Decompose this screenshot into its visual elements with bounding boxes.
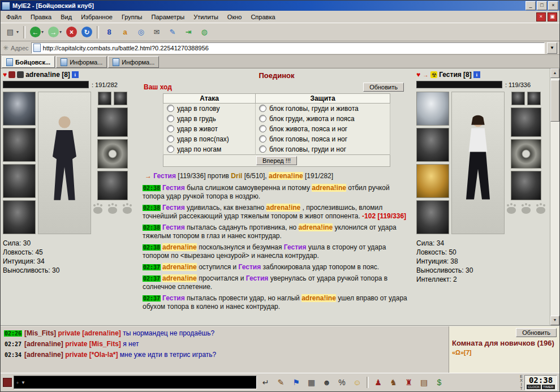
ring-slot[interactable]	[97, 171, 128, 200]
defense-radio-3[interactable]	[259, 125, 266, 132]
attack-radio-1[interactable]	[167, 105, 174, 112]
attack-radio-5[interactable]	[167, 145, 174, 153]
player-name-link[interactable]: adrena!ine	[162, 274, 197, 282]
go-button[interactable]: Вперед !!!	[256, 156, 297, 165]
menu-item-6[interactable]: Параметры	[147, 12, 189, 21]
draw-icon[interactable]: ✎	[274, 376, 288, 390]
player-name-link[interactable]: Гестия	[162, 184, 185, 192]
dropdown-caret-icon[interactable]: ▾	[59, 29, 62, 35]
player-name-link[interactable]: Гестия	[284, 243, 307, 251]
bracer-slot[interactable]	[511, 107, 541, 137]
defense-radio-2[interactable]	[259, 115, 266, 122]
gold-armor-slot[interactable]	[416, 164, 449, 198]
send-enter-icon[interactable]: ↵	[259, 376, 273, 390]
mail-button[interactable]: ✉	[149, 25, 164, 39]
scrollbar-track[interactable]	[550, 78, 559, 316]
ring-slot[interactable]	[511, 171, 541, 200]
player-name-link[interactable]: Гестия	[162, 223, 185, 231]
tab-1[interactable]: Бойцовск...	[2, 56, 55, 68]
menu-item-7[interactable]: Утилиты	[189, 12, 223, 21]
menu-item-4[interactable]: Избранное	[76, 12, 117, 21]
amulet-slot[interactable]	[527, 92, 541, 105]
player-name-link[interactable]: Гестия	[162, 204, 185, 212]
forward-button[interactable]: →▾	[46, 25, 63, 38]
minimize-button[interactable]: _	[525, 1, 536, 10]
knight-icon[interactable]: ♞	[386, 376, 400, 390]
close-page-icon[interactable]: ×	[536, 12, 546, 21]
compose-button[interactable]: ✎	[165, 25, 180, 39]
attack-radio-2[interactable]	[167, 115, 174, 122]
tab-2[interactable]: Информа...	[56, 56, 107, 68]
player-name-link[interactable]: Гестия	[153, 172, 176, 180]
back-button[interactable]: ←▾	[28, 25, 45, 38]
battle-refresh-button[interactable]: Обновить	[363, 83, 404, 92]
scythe-weapon-slot[interactable]	[3, 92, 36, 126]
dropdown-caret-icon[interactable]: ▾	[41, 29, 44, 35]
refresh-button[interactable]: ↻	[80, 25, 94, 38]
player-name-link[interactable]: adrena!ine	[266, 204, 301, 212]
exit-label[interactable]: EXIT	[520, 374, 523, 390]
droid-slot[interactable]	[416, 92, 449, 126]
player-name-link[interactable]: adrena!ine	[299, 223, 333, 231]
attack-radio-3[interactable]	[167, 125, 174, 132]
money-icon[interactable]: $	[432, 376, 446, 390]
dropdown-caret-icon[interactable]: ▾	[16, 29, 19, 35]
room-refresh-button[interactable]: Обновить	[516, 328, 557, 337]
player-name-link[interactable]: adrena!ine	[162, 243, 197, 251]
vertical-scrollbar[interactable]: ▲ ▼	[550, 68, 559, 325]
filter-flag-icon[interactable]: ⚑	[289, 376, 303, 390]
shield-slot[interactable]	[511, 139, 541, 169]
clock-label[interactable]: CLOCK	[527, 385, 541, 389]
go-button[interactable]: ⇥	[181, 25, 196, 39]
axe-weapon-slot[interactable]	[3, 128, 36, 162]
amulet-slot[interactable]	[98, 92, 111, 105]
tab-3[interactable]: Информа...	[108, 56, 159, 68]
amulet-slot[interactable]	[511, 92, 525, 105]
highlight-button[interactable]: a	[118, 25, 132, 39]
right-player-name[interactable]: Гестия [8]	[439, 71, 472, 79]
defense-radio-1[interactable]	[259, 105, 266, 112]
save-log-icon[interactable]: ▦	[304, 376, 318, 390]
belt-slot[interactable]	[416, 200, 449, 234]
new-page-button[interactable]: ▤▾	[3, 25, 20, 39]
address-url[interactable]: http://capitalcity.combats.ru/battle2.ht…	[43, 45, 209, 51]
amulet-slot[interactable]	[114, 92, 127, 105]
attack-radio-4[interactable]	[167, 135, 174, 143]
room-user-entry[interactable]: «Ω»[7]	[452, 349, 557, 356]
info-icon[interactable]: i	[72, 71, 79, 78]
fighter-icon[interactable]: ♟	[371, 376, 385, 390]
menu-item-9[interactable]: Справка	[246, 12, 279, 21]
tower-icon[interactable]: ♜	[402, 376, 416, 390]
player-name-link[interactable]: Гестия	[162, 294, 185, 302]
player-name-link[interactable]: adrena!ine	[162, 263, 197, 271]
address-dropdown-button[interactable]: ▼	[547, 42, 557, 54]
globe-button[interactable]: ◍	[197, 25, 212, 39]
search-web-button[interactable]: ◎	[133, 25, 148, 39]
menu-item-3[interactable]: Вид	[56, 12, 76, 21]
translit-icon[interactable]: %	[335, 376, 349, 390]
scroll-down-icon[interactable]: ▼	[550, 316, 559, 325]
player-name-link[interactable]: Гестия	[246, 274, 269, 282]
player-name-link[interactable]: adrena!ine	[269, 172, 303, 180]
player-name-link[interactable]: adrena!ine	[301, 294, 336, 302]
player-name-link[interactable]: Гестия	[239, 263, 261, 271]
belt-slot[interactable]	[3, 200, 36, 234]
stop-button[interactable]: ×	[64, 25, 79, 38]
chat-mode-icon[interactable]: ◦	[16, 379, 19, 386]
scrollbar-thumb[interactable]	[550, 80, 559, 122]
bracer-slot[interactable]	[97, 107, 128, 137]
defense-radio-4[interactable]	[259, 135, 266, 143]
smiles-icon[interactable]: ☺	[350, 376, 364, 390]
info-icon[interactable]: i	[473, 71, 480, 78]
address-field[interactable]: http://capitalcity.combats.ru/battle2.ht…	[31, 42, 545, 54]
close-all-icon[interactable]: ▣	[548, 12, 557, 21]
menu-item-5[interactable]: Группы	[117, 12, 147, 21]
player-name-link[interactable]: adrena!ine	[312, 184, 346, 192]
maximize-button[interactable]: □	[537, 1, 547, 10]
left-player-name[interactable]: adrena!ine [8]	[25, 71, 70, 79]
menu-item-2[interactable]: Правка	[26, 12, 56, 21]
menu-item-8[interactable]: Окно	[223, 12, 247, 21]
timer-label[interactable]: TIMER	[542, 385, 555, 389]
shield-slot[interactable]	[97, 139, 128, 169]
menu-item-1[interactable]: Файл	[2, 12, 26, 21]
